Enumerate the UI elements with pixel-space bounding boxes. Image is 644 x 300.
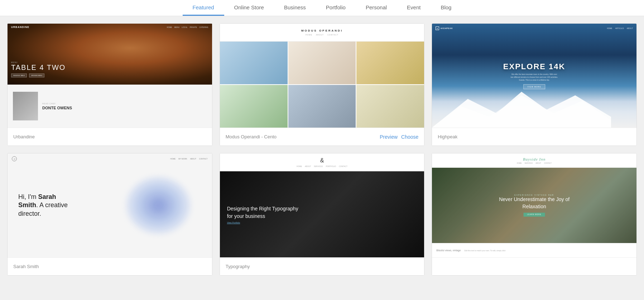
theme-card-footer-bayside: Preview Choose (432, 257, 636, 275)
theme-name-typography: Typography (226, 264, 250, 269)
chef-image (13, 92, 38, 120)
sarah-blob (126, 177, 191, 234)
modus-actions: Preview Choose (380, 134, 418, 140)
highpeak-topbar: ▲ HIGHPEAK HOMEARTICLESABOUT (432, 24, 636, 33)
tab-online-store[interactable]: Online Store (224, 0, 274, 16)
tab-event[interactable]: Event (397, 0, 431, 16)
theme-card-footer-modus: Modus Operandi - Cento Preview Choose (220, 128, 424, 146)
theme-card-footer-highpeak: Highpeak Preview Choose (432, 128, 636, 146)
modus-cell-2 (288, 42, 356, 84)
theme-preview-modus: MODUS OPERANDI HOMEABOUTCONTACT (220, 24, 424, 128)
urbandine-brand: URBANDINE (11, 26, 29, 28)
theme-card-urbandine[interactable]: URBANDINE HOMEMENULOCALPRIVATECATERING M… (7, 23, 212, 146)
choose-modus-btn[interactable]: Choose (401, 134, 418, 140)
tab-featured[interactable]: Featured (183, 0, 224, 16)
tab-personal[interactable]: Personal (356, 0, 397, 16)
theme-preview-bayside: Bayside Inn HOMESERVICESABOUTCONTACT EXP… (432, 153, 636, 257)
sarah-logo: ∅ (12, 156, 17, 161)
theme-card-sarah[interactable]: ∅ HOMEMY WORKABOUTCONTACT Hi, I'm SarahS… (7, 153, 212, 276)
mountain-silhouette (432, 85, 611, 128)
highpeak-hero-text: EXPLORE 14K We offer the best mountain t… (503, 62, 566, 89)
modus-cell-1 (220, 42, 288, 84)
theme-grid: URBANDINE HOMEMENULOCALPRIVATECATERING M… (0, 16, 644, 283)
modus-photo-grid (220, 42, 424, 128)
typo-header: & HOMEABOUTSERVICESPORTFOLIOCONTACT (220, 153, 424, 171)
bayside-card-footer-inner: Blissful views, vintage Edit this text t… (432, 243, 636, 257)
typo-dark-section: Designing the Right Typographyfor your b… (220, 171, 424, 257)
modus-header: MODUS OPERANDI HOMEABOUTCONTACT (220, 24, 424, 42)
modus-cell-4 (220, 85, 288, 128)
modus-cell-6 (356, 85, 424, 128)
urbandine-nav: HOMEMENULOCALPRIVATECATERING (167, 26, 208, 28)
theme-name-urbandine: Urbandine (13, 134, 35, 139)
modus-cell-3 (356, 42, 424, 84)
theme-card-modus[interactable]: MODUS OPERANDI HOMEABOUTCONTACT Modus Op… (220, 23, 425, 146)
sarah-hero-text: Hi, I'm SarahSmith. A creativedirector. (18, 193, 68, 218)
theme-card-footer-urbandine: Urbandine Preview Choose (8, 128, 212, 146)
theme-category-nav: Featured Online Store Business Portfolio… (0, 0, 644, 16)
theme-card-footer-sarah: Sarah Smith Preview Choose (8, 257, 212, 275)
theme-name-highpeak: Highpeak (438, 134, 457, 139)
tab-business[interactable]: Business (274, 0, 316, 16)
theme-preview-highpeak: ▲ HIGHPEAK HOMEARTICLESABOUT EXPLORE 14K… (432, 24, 636, 128)
bayside-hero: EXPERIENCE VINTAGE B&B Never Underestima… (432, 168, 636, 243)
bayside-header: Bayside Inn HOMESERVICESABOUTCONTACT (432, 153, 636, 168)
sarah-topbar: ∅ HOMEMY WORKABOUTCONTACT (8, 153, 212, 164)
theme-name-sarah: Sarah Smith (13, 264, 39, 269)
tab-blog[interactable]: Blog (431, 0, 461, 16)
theme-card-bayside[interactable]: Bayside Inn HOMESERVICESABOUTCONTACT EXP… (432, 153, 637, 276)
theme-card-typography[interactable]: & HOMEABOUTSERVICESPORTFOLIOCONTACT Desi… (220, 153, 425, 276)
modus-cell-5 (288, 85, 356, 128)
theme-preview-urbandine: URBANDINE HOMEMENULOCALPRIVATECATERING M… (8, 24, 212, 128)
tab-portfolio[interactable]: Portfolio (316, 0, 356, 16)
theme-card-highpeak[interactable]: ▲ HIGHPEAK HOMEARTICLESABOUT EXPLORE 14K… (432, 23, 637, 146)
theme-preview-typography: & HOMEABOUTSERVICESPORTFOLIOCONTACT Desi… (220, 153, 424, 257)
svg-marker-1 (432, 95, 611, 128)
theme-card-footer-typography: Typography Preview Choose (220, 257, 424, 275)
preview-modus-btn[interactable]: Preview (380, 134, 398, 140)
theme-name-modus: Modus Operandi - Cento (226, 134, 277, 139)
theme-preview-sarah: ∅ HOMEMY WORKABOUTCONTACT Hi, I'm SarahS… (8, 153, 212, 257)
